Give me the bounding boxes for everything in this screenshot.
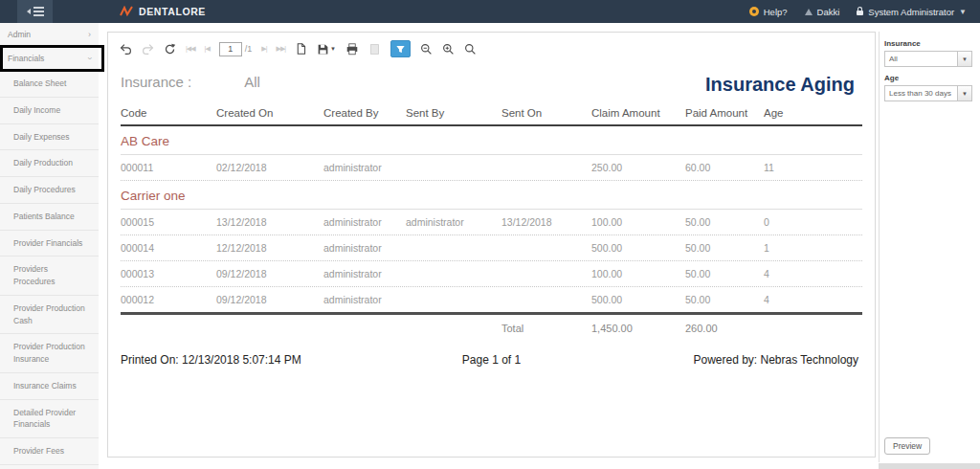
brand-name: DENTALORE: [139, 6, 206, 17]
first-page-button[interactable]: |◀◀: [186, 45, 195, 53]
sidebar-item-label: Admin: [8, 30, 31, 39]
redo-button[interactable]: [142, 43, 154, 56]
sidebar-item-provider-financials[interactable]: Provider Financials: [0, 231, 99, 257]
chevron-down-icon[interactable]: ▼: [957, 86, 971, 100]
column-header-code: Code: [121, 107, 216, 119]
undo-button[interactable]: [120, 43, 132, 56]
sidebar-item-patients-balance[interactable]: Patients Balance: [0, 204, 99, 231]
age-select[interactable]: Less than 30 days ▼: [884, 85, 972, 101]
insurance-select-value: All: [885, 52, 957, 66]
sidebar-item-label: Detailed Provider Financials: [13, 407, 91, 432]
hamburger-menu-icon: [33, 7, 44, 16]
user-account-menu[interactable]: System Administrator ▼: [857, 7, 967, 17]
sidebar-item-label: Provider Production Cash: [13, 302, 91, 327]
sidebar-item-insurance-procedures[interactable]: Insurance Procedures: [0, 465, 99, 469]
age-filter-label: Age: [884, 74, 974, 82]
page-total-label: /1: [245, 44, 253, 54]
sidebar-item-provider-production-cash[interactable]: Provider Production Cash: [0, 296, 99, 335]
report-title: Insurance Aging: [705, 74, 855, 96]
group-name: AB Care: [121, 134, 169, 148]
chevron-down-icon: ›: [85, 57, 95, 60]
sidebar-item-daily-expenses[interactable]: Daily Expenses: [0, 124, 99, 151]
sidebar-item-detailed-provider-financials[interactable]: Detailed Provider Financials: [0, 400, 99, 439]
sidebar-item-label: Provider Production Insurance: [13, 341, 91, 366]
sidebar-item-label: Financials: [8, 54, 44, 63]
save-icon: [317, 43, 329, 56]
column-header-age: Age: [764, 107, 862, 119]
cell-created-on: 09/12/2018: [216, 268, 323, 279]
search-button[interactable]: [464, 43, 477, 56]
cell-created-by: administrator: [323, 242, 406, 254]
zoom-out-button[interactable]: [420, 43, 433, 56]
dropdown-caret-icon: ▼: [330, 46, 336, 52]
zoom-in-button[interactable]: [442, 43, 455, 56]
sidebar-item-label: Insurance Claims: [13, 380, 77, 392]
sidebar-item-financials[interactable]: Financials ›: [0, 47, 99, 71]
document-icon: [295, 42, 307, 56]
dentalore-logo-icon: [120, 6, 134, 17]
group-header-ab-care: AB Care: [121, 126, 862, 155]
sidebar-nav: Admin › Financials › Balance Sheet Daily…: [0, 23, 99, 469]
table-row: 000015 13/12/2018 administrator administ…: [121, 210, 862, 235]
previous-page-button[interactable]: |◀: [205, 45, 210, 53]
cell-claim-amount: 250.00: [591, 162, 685, 173]
filter-button[interactable]: [390, 40, 411, 57]
sidebar-item-label: Daily Procedures: [13, 184, 76, 196]
printed-on-label: Printed On: 12/13/2018 5:07:14 PM: [121, 353, 462, 367]
cell-claim-amount: 100.00: [591, 216, 685, 228]
report-viewer: |◀◀ |◀ /1 ▶| ▶▶| ▼: [107, 32, 876, 458]
sidebar-item-label: Providers Procedures: [13, 263, 91, 288]
zoom-out-icon: [420, 43, 433, 56]
cell-created-on: 12/12/2018: [216, 242, 323, 254]
cell-created-by: administrator: [323, 294, 406, 305]
report-filter-label: Insurance :: [121, 74, 191, 90]
report-footer: Printed On: 12/13/2018 5:07:14 PM Page 1…: [121, 353, 862, 367]
print-page-button[interactable]: [368, 43, 381, 56]
redo-icon: [142, 43, 154, 56]
refresh-button[interactable]: [164, 43, 176, 56]
save-export-dropdown-button[interactable]: ▼: [317, 43, 336, 56]
preview-button[interactable]: Preview: [884, 437, 930, 455]
sidebar-item-balance-sheet[interactable]: Balance Sheet: [0, 71, 99, 98]
page-number-input[interactable]: [219, 42, 242, 56]
sidebar-item-daily-production[interactable]: Daily Production: [0, 150, 99, 177]
sidebar-item-label: Daily Production: [13, 157, 73, 169]
sidebar-toggle-button[interactable]: [17, 0, 53, 23]
last-page-button[interactable]: ▶▶|: [277, 45, 286, 53]
cell-paid-amount: 60.00: [685, 162, 764, 173]
chevron-down-icon: ▼: [959, 8, 967, 16]
report-filter-value: All: [244, 74, 260, 90]
help-label: Help?: [764, 7, 788, 17]
chevron-down-icon[interactable]: ▼: [957, 52, 971, 66]
cell-sent-by: administrator: [406, 216, 501, 228]
sidebar-item-daily-procedures[interactable]: Daily Procedures: [0, 177, 99, 204]
cell-age: 0: [764, 216, 862, 228]
cell-code: 000013: [121, 268, 216, 279]
sidebar-item-label: Daily Income: [13, 104, 60, 117]
total-row: Total 1,450.00 260.00: [121, 315, 862, 338]
sidebar-item-admin[interactable]: Admin ›: [0, 23, 99, 47]
total-label: Total: [501, 323, 591, 334]
sidebar-item-insurance-claims[interactable]: Insurance Claims: [0, 373, 99, 400]
cell-age: 1: [764, 242, 862, 254]
column-header-created-on: Created On: [216, 107, 323, 119]
table-row: 000013 09/12/2018 administrator 100.00 5…: [121, 261, 862, 287]
report-toolbar: |◀◀ |◀ /1 ▶| ▶▶| ▼: [108, 33, 875, 62]
sidebar-item-daily-income[interactable]: Daily Income: [0, 98, 99, 124]
printer-icon: [345, 43, 359, 56]
chevron-right-icon: ›: [88, 30, 91, 39]
sidebar-item-provider-fees[interactable]: Provider Fees: [0, 438, 99, 465]
export-document-button[interactable]: [295, 42, 307, 56]
page-count-label: Page 1 of 1: [462, 353, 521, 367]
print-button[interactable]: [345, 43, 359, 56]
next-page-button[interactable]: ▶|: [261, 45, 266, 53]
sidebar-item-provider-production-insurance[interactable]: Provider Production Insurance: [0, 334, 99, 373]
insurance-select[interactable]: All ▼: [884, 51, 972, 67]
clinic-menu[interactable]: Dakki: [805, 7, 840, 17]
help-link[interactable]: Help?: [749, 7, 788, 17]
sidebar-item-providers-procedures[interactable]: Providers Procedures: [0, 257, 99, 296]
cell-paid-amount: 50.00: [685, 294, 764, 305]
group-name: Carrier one: [121, 189, 186, 203]
table-header-row: Code Created On Created By Sent By Sent …: [121, 107, 862, 126]
sidebar-item-label: Daily Expenses: [13, 131, 70, 144]
